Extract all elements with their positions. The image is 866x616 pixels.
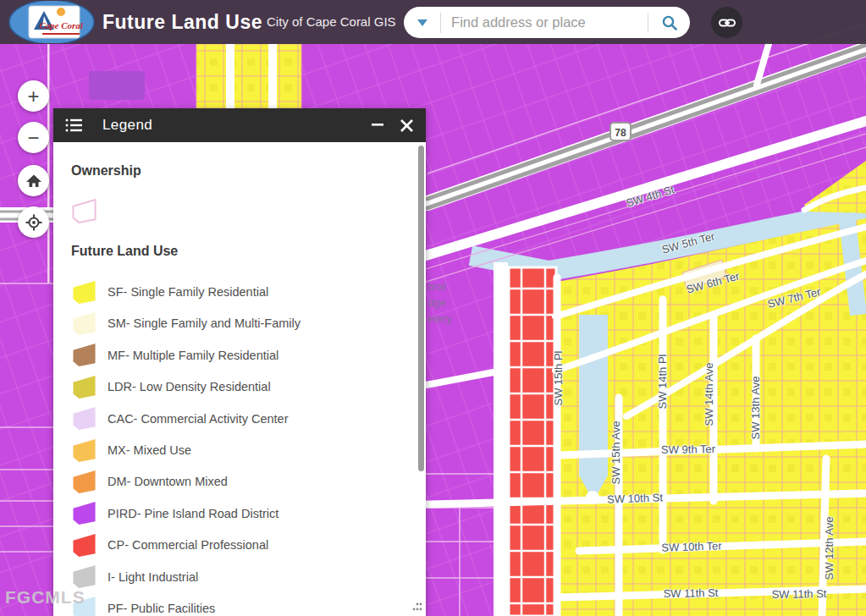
page-title: Future Land Use: [102, 11, 262, 34]
legend-section: Ownership: [71, 163, 416, 227]
cape-coral-logo: Cape Coral: [8, 1, 95, 43]
legend-item: SF- Single Family Residential: [71, 276, 416, 307]
search-icon: [661, 14, 678, 31]
legend-swatch: [71, 596, 97, 616]
legend-swatch: [71, 343, 97, 367]
legend-item: I- Light Industrial: [71, 561, 416, 592]
link-icon: [719, 18, 736, 28]
share-link-button[interactable]: [711, 7, 742, 38]
legend-item-label: MF- Multiple Family Residential: [108, 349, 279, 362]
legend-title: Legend: [102, 117, 152, 134]
legend-swatch: [71, 406, 97, 431]
legend-item: CP- Commercial Professional: [71, 530, 416, 561]
legend-item: PIRD- Pine Island Road District: [71, 498, 416, 529]
legend-section-heading: Future Land Use: [71, 244, 416, 259]
legend-item: CAC- Commercial Activity Center: [71, 403, 416, 434]
legend-swatch: [71, 533, 97, 558]
close-icon: [400, 119, 413, 132]
legend-swatch: [71, 438, 97, 463]
search-input[interactable]: [441, 14, 648, 30]
legend-item-label: DM- Downtown Mixed: [108, 475, 228, 488]
legend-section: Future Land UseSF- Single Family Residen…: [71, 244, 416, 616]
chevron-down-icon: [417, 19, 427, 26]
legend-section-heading: Ownership: [71, 163, 416, 179]
legend-close-button[interactable]: [394, 113, 419, 138]
legend-item-label: SM- Single Family and Multi-Family: [108, 316, 301, 330]
svg-text:Cape Coral: Cape Coral: [39, 20, 84, 30]
legend-item: MF- Multiple Family Residential: [71, 339, 416, 371]
search-button[interactable]: [648, 7, 690, 38]
legend-item-label: CAC- Commercial Activity Center: [108, 412, 289, 426]
map-dark-purple-parcel: [89, 71, 145, 100]
legend-list-icon: [65, 117, 84, 134]
legend-panel: Legend OwnershipFuture Land UseSF- Singl…: [53, 108, 426, 616]
app-header: Cape Coral Future Land Use City of Cape …: [0, 0, 866, 44]
minimize-icon: [372, 124, 383, 127]
legend-item: SM- Single Family and Multi-Family: [71, 308, 416, 339]
search-widget: [404, 7, 690, 38]
svg-text:78: 78: [615, 127, 626, 139]
legend-item-label: LDR- Low Density Residential: [108, 380, 271, 393]
legend-minimize-button[interactable]: [365, 113, 390, 138]
legend-item: PF- Public Facilities: [71, 592, 416, 616]
legend-resize-handle[interactable]: [410, 600, 423, 613]
legend-swatch: [71, 375, 97, 399]
map-red-strips: [509, 267, 556, 616]
highway-shield: 78: [610, 123, 631, 140]
search-source-dropdown[interactable]: [404, 7, 440, 38]
legend-item-label: PF- Public Facilities: [108, 602, 215, 615]
legend-item-label: SF- Single Family Residential: [108, 285, 268, 299]
legend-item-label: CP- Commercial Professional: [108, 538, 268, 552]
page-subtitle: City of Cape Coral GIS: [267, 14, 396, 29]
legend-swatch: [71, 564, 97, 589]
locate-icon: [25, 213, 43, 232]
legend-body: OwnershipFuture Land UseSF- Single Famil…: [53, 142, 416, 616]
legend-item: DM- Downtown Mixed: [71, 466, 416, 498]
legend-item-label: PIRD- Pine Island Road District: [108, 507, 279, 520]
legend-swatch: [71, 199, 97, 223]
legend-item: [71, 195, 416, 227]
zoom-out-button[interactable]: −: [18, 122, 49, 153]
locate-button[interactable]: [18, 206, 49, 238]
legend-header[interactable]: Legend: [53, 108, 426, 142]
home-extent-button[interactable]: [18, 165, 49, 196]
legend-scrollbar-thumb[interactable]: [418, 146, 424, 471]
legend-swatch: [71, 501, 97, 525]
legend-item: LDR- Low Density Residential: [71, 371, 416, 403]
legend-item-label: I- Light Industrial: [108, 570, 198, 584]
home-icon: [25, 173, 42, 189]
legend-item: MX- Mixed Use: [71, 434, 416, 465]
legend-swatch: [71, 311, 97, 336]
zoom-in-button[interactable]: +: [18, 80, 49, 112]
legend-item-label: MX- Mixed Use: [108, 443, 191, 457]
map-yellow-top-strips: [196, 44, 301, 108]
legend-swatch: [71, 470, 97, 494]
legend-swatch: [71, 280, 97, 305]
